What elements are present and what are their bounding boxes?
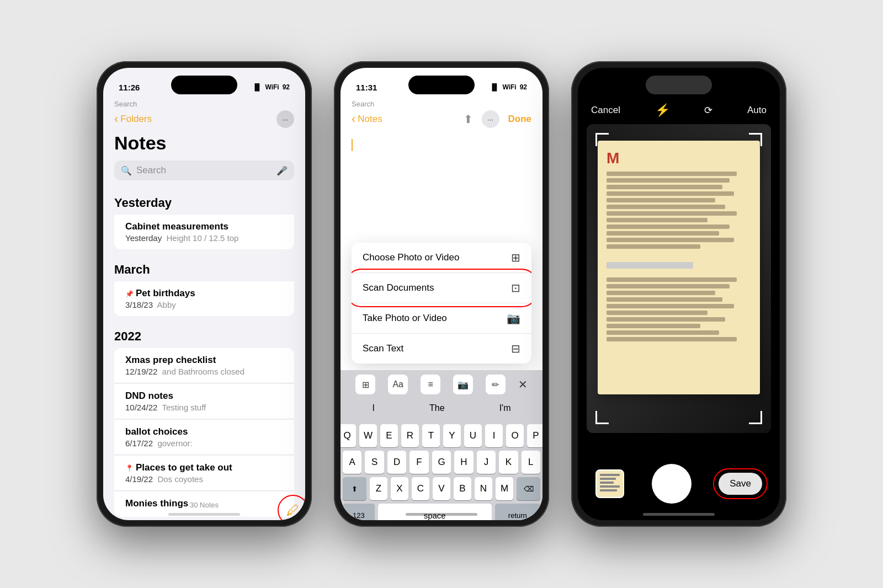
key-a[interactable]: A [343,451,361,474]
suggestion-the[interactable]: The [423,401,451,415]
key-f[interactable]: F [409,451,428,474]
camera-bg: M [587,124,771,433]
key-o[interactable]: O [506,424,524,447]
status-time-2: 11:31 [356,83,377,92]
wifi-icon: WiFi [265,83,279,91]
status-icons-2: ▐▌ WiFi 92 [490,83,527,91]
note-takeout[interactable]: 📍Places to get take out 4/19/22 Dos coyo… [114,456,294,491]
pin-icon: 📌 [125,290,134,298]
notes-menu-button[interactable]: ··· [276,110,294,128]
notes-back-button[interactable]: Notes [352,112,382,126]
folders-back-button[interactable]: Folders [114,113,152,125]
mic-icon[interactable]: 🎤 [276,165,288,176]
scanned-document: M [598,141,760,394]
signal-icon-2: ▐▌ [490,83,499,91]
status-icons-1: ▐▌ WiFi 92 [252,83,290,91]
back-search-label-2: Search [341,99,542,108]
doc-text-lines [607,172,751,341]
camera-header: Cancel ⚡ ⟳ Auto [578,99,780,124]
key-j[interactable]: J [477,451,496,474]
notes-title: Notes [103,132,305,161]
menu-scan-text[interactable]: Scan Text ⊟ [352,334,531,364]
take-photo-label: Take Photo or Video [363,313,447,324]
note-subtitle: 12/19/22 and Bathrooms closed [125,367,283,376]
key-p[interactable]: P [527,424,542,447]
pencil-button[interactable]: ✏ [486,375,506,394]
thumbnail-preview[interactable] [595,469,624,498]
key-y[interactable]: Y [443,424,461,447]
scan-corner-br [749,411,762,424]
key-u[interactable]: U [464,424,482,447]
dynamic-island-3 [646,76,712,94]
editor-menu-button[interactable]: ··· [482,110,499,128]
search-input[interactable]: Search [136,165,272,176]
phone-2: 11:31 ▐▌ WiFi 92 Search Notes ⬆ ··· Done [334,61,549,527]
scan-corner-tl [595,133,609,146]
key-d[interactable]: D [387,451,406,474]
camera-toolbar-button[interactable]: 📷 [453,375,473,394]
search-icon: 🔍 [121,165,132,176]
key-n[interactable]: N [475,477,492,500]
keyboard-row-1: Q W E R T Y U I O P [343,424,540,447]
flip-camera-icon[interactable]: ⟳ [704,104,712,116]
key-q[interactable]: Q [341,424,356,447]
space-key[interactable]: space [378,504,492,520]
key-v[interactable]: V [433,477,450,500]
signal-icon: ▐▌ [252,83,262,91]
keyboard-row-4: 123 space return [343,504,540,520]
key-e[interactable]: E [380,424,398,447]
cancel-button[interactable]: Cancel [591,105,620,116]
format-button[interactable]: Aa [388,375,408,394]
suggestion-im[interactable]: I'm [493,401,518,415]
menu-take-photo[interactable]: Take Photo or Video 📷 [352,303,531,334]
search-bar[interactable]: 🔍 Search 🎤 [114,161,294,180]
key-z[interactable]: Z [370,477,387,500]
key-w[interactable]: W [359,424,377,447]
note-subtitle: 4/19/22 Dos coyotes [125,474,283,484]
delete-key[interactable]: ⌫ [517,477,540,500]
note-cabinet[interactable]: Cabinet measurements Yesterday Height 10… [114,215,294,249]
done-button[interactable]: Done [508,114,532,125]
numbers-key[interactable]: 123 [343,504,375,520]
key-l[interactable]: L [522,451,540,474]
note-ballot[interactable]: ballot choices 6/17/22 governor: [114,420,294,455]
key-i[interactable]: I [485,424,503,447]
key-k[interactable]: K [499,451,518,474]
flash-icon[interactable]: ⚡ [655,103,670,117]
note-content-area[interactable] [341,132,542,243]
context-menu: Choose Photo or Video ⊞ Scan Documents ⊡… [352,243,531,364]
return-key[interactable]: return [495,504,540,520]
menu-scan-documents[interactable]: Scan Documents ⊡ [352,273,531,303]
note-title: Xmas prep checklist [125,355,283,366]
key-r[interactable]: R [401,424,419,447]
suggestion-i[interactable]: I [366,401,381,415]
note-xmas[interactable]: Xmas prep checklist 12/19/22 and Bathroo… [114,348,294,383]
key-g[interactable]: G [432,451,451,474]
shift-key[interactable]: ⬆ [343,477,366,500]
note-dnd[interactable]: DND notes 10/24/22 Testing stuff [114,384,294,419]
key-x[interactable]: X [391,477,408,500]
note-petbirthdays[interactable]: 📌Pet birthdays 3/18/23 Abby [114,281,294,316]
key-m[interactable]: M [496,477,513,500]
share-icon[interactable]: ⬆ [464,113,473,126]
key-s[interactable]: S [365,451,384,474]
list-button[interactable]: ≡ [421,375,440,394]
shutter-button[interactable] [652,464,691,504]
table-button[interactable]: ⊞ [355,375,375,394]
keyboard-suggestions: I The I'm [341,399,542,420]
menu-choose-photo[interactable]: Choose Photo or Video ⊞ [352,243,531,273]
toolbar-close-button[interactable]: ✕ [518,378,528,391]
keyboard: Q W E R T Y U I O P A S D F G H J K L [341,420,542,520]
compose-button-wrap: 🖊 [286,503,300,518]
back-search-label: Search [103,99,305,108]
key-t[interactable]: T [422,424,440,447]
photo-icon: ⊞ [511,251,520,264]
note-title: 📌Pet birthdays [125,288,283,299]
camera-icon: 📷 [507,312,520,325]
scan-text-label: Scan Text [363,343,403,354]
camera-screen: Cancel ⚡ ⟳ Auto M [578,68,780,520]
auto-label[interactable]: Auto [747,105,767,116]
key-c[interactable]: C [412,477,429,500]
key-b[interactable]: B [454,477,471,500]
key-h[interactable]: H [454,451,473,474]
